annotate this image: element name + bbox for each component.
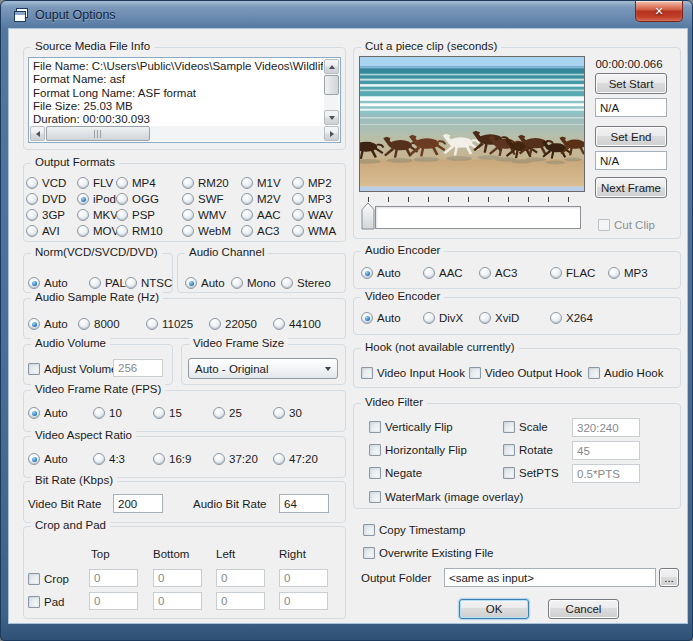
radio-ogg[interactable]: OGG (116, 192, 159, 206)
radio-wmv[interactable]: WMV (182, 208, 226, 222)
radio-aspect-auto[interactable]: Auto (28, 452, 68, 466)
frame-size-select[interactable]: Auto - Original (188, 358, 338, 379)
radio-label: AVI (42, 225, 60, 237)
radio-norm-auto[interactable]: Auto (28, 276, 68, 290)
radio-norm-ntsc[interactable]: NTSC (125, 276, 172, 290)
checkbox-negate[interactable]: Negate (369, 466, 422, 480)
set-end-button[interactable]: Set End (595, 126, 667, 147)
radio-m2v[interactable]: M2V (241, 192, 281, 206)
radio-channel-auto[interactable]: Auto (185, 276, 225, 290)
radio-fps-30[interactable]: 30 (273, 406, 302, 420)
video-bitrate-input[interactable]: 200 (113, 494, 163, 513)
radio-icon (116, 193, 128, 205)
title-bar[interactable]: Ouput Options ✕ (1, 1, 692, 29)
radio-swf[interactable]: SWF (182, 192, 224, 206)
ok-button[interactable]: OK (459, 599, 529, 619)
checkbox-setpts[interactable]: SetPTS (503, 466, 559, 480)
checkbox-video-output-hook[interactable]: Video Output Hook (469, 366, 582, 380)
radio-samplerate-8000[interactable]: 8000 (78, 317, 120, 331)
checkbox-audio-hook[interactable]: Audio Hook (588, 366, 663, 380)
checkbox-adjust-volume[interactable]: Adjust Volume (28, 362, 118, 376)
radio-aac-format[interactable]: AAC (241, 208, 281, 222)
scroll-up-button[interactable] (324, 59, 339, 74)
scroll-down-button[interactable] (324, 110, 339, 125)
scroll-left-button[interactable] (30, 126, 45, 141)
radio-venc-divx[interactable]: DivX (423, 311, 463, 325)
radio-aenc-auto[interactable]: Auto (361, 266, 401, 280)
radio-avi[interactable]: AVI (26, 224, 60, 238)
scroll-right-button[interactable] (324, 126, 339, 141)
radio-aspect-4-3[interactable]: 4:3 (93, 452, 125, 466)
output-folder-input[interactable]: <same as input> (444, 568, 656, 587)
radio-webm[interactable]: WebM (182, 224, 231, 238)
info-line: Duration: 00:00:30.093 (29, 113, 323, 126)
radio-mp3[interactable]: MP3 (292, 192, 332, 206)
radio-fps-auto[interactable]: Auto (28, 406, 68, 420)
radio-ipod[interactable]: iPod (77, 192, 116, 206)
checkbox-watermark[interactable]: WaterMark (image overlay) (369, 490, 523, 504)
radio-venc-auto[interactable]: Auto (361, 311, 401, 325)
browse-button[interactable]: ... (659, 568, 679, 587)
radio-mp2[interactable]: MP2 (292, 176, 332, 190)
set-start-button[interactable]: Set Start (595, 73, 667, 94)
checkbox-crop[interactable]: Crop (28, 572, 69, 586)
radio-flv[interactable]: FLV (77, 176, 113, 190)
next-frame-button[interactable]: Next Frame (595, 177, 667, 198)
checkbox-scale[interactable]: Scale (503, 420, 548, 434)
radio-samplerate-11025[interactable]: 11025 (146, 317, 193, 331)
checkbox-vertically-flip[interactable]: Vertically Flip (369, 420, 453, 434)
checkbox-overwrite-existing[interactable]: Overwrite Existing File (363, 546, 493, 560)
close-button[interactable]: ✕ (635, 1, 683, 22)
radio-aenc-ac3[interactable]: AC3 (479, 266, 517, 280)
checkbox-rotate[interactable]: Rotate (503, 443, 553, 457)
radio-dvd[interactable]: DVD (26, 192, 66, 206)
radio-m1v[interactable]: M1V (241, 176, 281, 190)
checkbox-pad[interactable]: Pad (28, 595, 64, 609)
checkbox-label: SetPTS (519, 467, 559, 479)
source-info-textbox[interactable]: File Name: C:\Users\Public\Videos\Sample… (28, 57, 341, 143)
crop-column-header: Top (91, 548, 110, 560)
radio-aspect-37-20[interactable]: 37:20 (213, 452, 258, 466)
radio-venc-x264[interactable]: X264 (550, 311, 593, 325)
radio-norm-pal[interactable]: PAL (89, 276, 126, 290)
vertical-scrollbar-thumb[interactable] (324, 75, 339, 95)
radio-wav[interactable]: WAV (292, 208, 333, 222)
seek-slider-thumb[interactable] (361, 202, 375, 230)
audio-bitrate-input[interactable]: 64 (279, 494, 329, 513)
radio-samplerate-44100[interactable]: 44100 (273, 317, 321, 331)
checkbox-label: Overwrite Existing File (379, 547, 493, 559)
radio-channel-stereo[interactable]: Stereo (281, 276, 331, 290)
checkbox-icon (369, 421, 381, 433)
horizontal-scrollbar-thumb[interactable] (46, 126, 150, 141)
radio-psp[interactable]: PSP (116, 208, 155, 222)
radio-mkv[interactable]: MKV (77, 208, 118, 222)
checkbox-horizontally-flip[interactable]: Horizontally Flip (369, 443, 467, 457)
radio-label: Stereo (297, 277, 331, 289)
radio-samplerate-22050[interactable]: 22050 (209, 317, 257, 331)
radio-ac3-format[interactable]: AC3 (241, 224, 279, 238)
radio-aspect-47-20[interactable]: 47:20 (273, 452, 318, 466)
combo-value: Auto - Original (195, 363, 269, 375)
radio-channel-mono[interactable]: Mono (231, 276, 276, 290)
radio-fps-15[interactable]: 15 (153, 406, 182, 420)
radio-rm10[interactable]: RM10 (116, 224, 163, 238)
cancel-button[interactable]: Cancel (548, 599, 619, 619)
checkbox-video-input-hook[interactable]: Video Input Hook (361, 366, 465, 380)
radio-venc-xvid[interactable]: XviD (479, 311, 519, 325)
end-time-field: N/A (595, 151, 667, 170)
radio-fps-25[interactable]: 25 (213, 406, 242, 420)
radio-rm20[interactable]: RM20 (182, 176, 229, 190)
radio-mp4[interactable]: MP4 (116, 176, 156, 190)
checkbox-copy-timestamp[interactable]: Copy Timestamp (363, 523, 465, 537)
radio-vcd[interactable]: VCD (26, 176, 66, 190)
radio-aenc-mp3[interactable]: MP3 (608, 266, 648, 280)
radio-fps-10[interactable]: 10 (93, 406, 122, 420)
seek-slider-track[interactable] (375, 206, 581, 229)
radio-3gp[interactable]: 3GP (26, 208, 65, 222)
radio-aenc-aac[interactable]: AAC (423, 266, 463, 280)
radio-samplerate-auto[interactable]: Auto (28, 317, 68, 331)
radio-mov[interactable]: MOV (77, 224, 119, 238)
radio-wma[interactable]: WMA (292, 224, 336, 238)
radio-aspect-16-9[interactable]: 16:9 (153, 452, 191, 466)
radio-aenc-flac[interactable]: FLAC (550, 266, 595, 280)
